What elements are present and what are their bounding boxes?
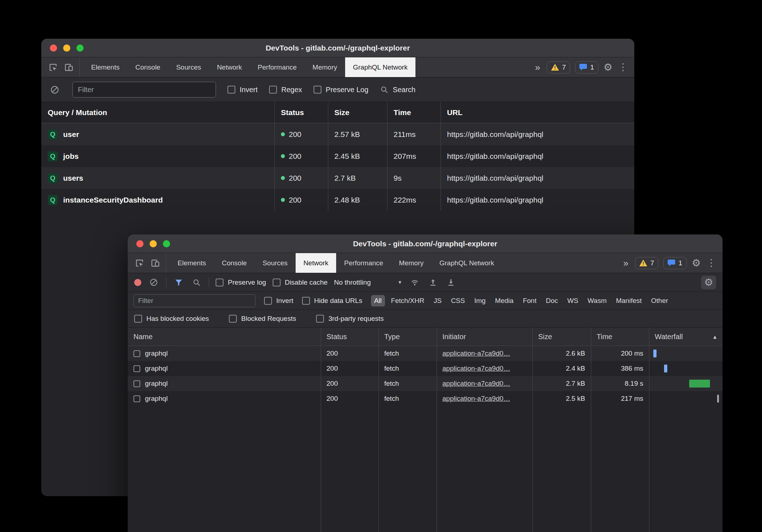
checkbox-box[interactable] [314, 86, 321, 94]
initiator-link[interactable]: application-a7ca9d0… [442, 380, 510, 388]
warnings-badge[interactable]: 7 [547, 61, 570, 73]
settings-gear-icon[interactable]: ⚙ [692, 258, 701, 268]
checkbox-box[interactable] [216, 279, 224, 286]
warnings-badge[interactable]: 7 [635, 257, 659, 269]
hide-data-urls-checkbox[interactable]: Hide data URLs [302, 297, 362, 305]
col-header-time[interactable]: Time [591, 333, 649, 341]
table-row[interactable]: graphql 200 fetch application-a7ca9d0… 2… [128, 346, 723, 361]
row-checkbox[interactable] [133, 395, 140, 402]
kebab-menu-icon[interactable]: ⋮ [706, 258, 717, 268]
more-tabs-icon[interactable]: » [622, 258, 630, 268]
col-header-initiator[interactable]: Initiator [437, 333, 532, 341]
table-row[interactable]: Q jobs 200 2.45 kB 207ms https://gitlab.… [41, 145, 634, 167]
regex-checkbox[interactable]: Regex [269, 86, 302, 94]
checkbox-box[interactable] [316, 315, 324, 323]
kebab-menu-icon[interactable]: ⋮ [617, 62, 629, 72]
tab-memory[interactable]: Memory [305, 57, 345, 77]
tab-network[interactable]: Network [296, 253, 337, 273]
minimize-window-button[interactable] [63, 44, 70, 52]
filter-type-fetch-xhr[interactable]: Fetch/XHR [388, 295, 428, 307]
filter-type-doc[interactable]: Doc [542, 295, 561, 307]
table-row[interactable]: Q instanceSecurityDashboard 200 2.48 kB … [41, 189, 634, 211]
filter-type-img[interactable]: Img [471, 295, 489, 307]
col-header-size[interactable]: Size [532, 333, 591, 341]
tab-console[interactable]: Console [214, 253, 255, 273]
record-icon[interactable] [134, 279, 141, 286]
col-header-query-mutation[interactable]: Query / Mutation [41, 108, 274, 117]
table-row[interactable]: graphql 200 fetch application-a7ca9d0… 2… [128, 361, 723, 376]
clear-icon[interactable] [148, 276, 160, 288]
close-window-button[interactable] [136, 240, 144, 247]
third-party-requests-checkbox[interactable]: 3rd-party requests [316, 315, 384, 323]
filter-type-ws[interactable]: WS [564, 295, 582, 307]
tab-sources[interactable]: Sources [168, 57, 209, 77]
inspect-element-icon[interactable] [133, 257, 146, 269]
blocked-requests-checkbox[interactable]: Blocked Requests [229, 315, 296, 323]
tab-memory[interactable]: Memory [391, 253, 432, 273]
col-header-type[interactable]: Type [378, 333, 437, 341]
filter-type-css[interactable]: CSS [448, 295, 468, 307]
row-checkbox[interactable] [133, 365, 140, 372]
disable-cache-checkbox[interactable]: Disable cache [273, 279, 328, 286]
settings-gear-icon[interactable]: ⚙ [603, 62, 612, 72]
search-control[interactable]: Search [380, 85, 415, 94]
initiator-link[interactable]: application-a7ca9d0… [442, 365, 510, 372]
col-header-name[interactable]: Name [128, 333, 321, 341]
filter-type-font[interactable]: Font [519, 295, 540, 307]
col-header-url[interactable]: URL [441, 108, 634, 117]
device-toolbar-icon[interactable] [63, 61, 75, 73]
search-icon[interactable] [191, 277, 202, 288]
throttling-dropdown[interactable]: No throttling ▼ [334, 279, 402, 286]
more-tabs-icon[interactable]: » [533, 63, 541, 72]
col-header-waterfall[interactable]: Waterfall ▲ [649, 333, 723, 341]
inspect-element-icon[interactable] [47, 61, 59, 73]
checkbox-box[interactable] [269, 86, 277, 94]
row-checkbox[interactable] [133, 380, 140, 387]
preserve-log-checkbox[interactable]: Preserve log [216, 279, 266, 286]
has-blocked-cookies-checkbox[interactable]: Has blocked cookies [134, 315, 209, 323]
tab-graphql-network[interactable]: GraphQL Network [432, 253, 502, 273]
checkbox-box[interactable] [229, 315, 237, 323]
filter-input[interactable] [133, 294, 255, 307]
filter-type-media[interactable]: Media [492, 295, 517, 307]
tab-performance[interactable]: Performance [250, 57, 305, 77]
clear-icon[interactable] [48, 84, 61, 96]
col-header-status[interactable]: Status [274, 108, 328, 117]
initiator-link[interactable]: application-a7ca9d0… [442, 395, 510, 403]
export-har-icon[interactable] [445, 277, 457, 288]
checkbox-box[interactable] [227, 86, 235, 94]
checkbox-box[interactable] [273, 279, 281, 286]
filter-type-manifest[interactable]: Manifest [613, 295, 645, 307]
tab-network[interactable]: Network [209, 57, 250, 77]
network-settings-gear-chip[interactable]: ⚙ [701, 276, 716, 289]
invert-checkbox[interactable]: Invert [264, 297, 293, 305]
zoom-window-button[interactable] [76, 44, 84, 52]
filter-type-wasm[interactable]: Wasm [584, 295, 610, 307]
initiator-link[interactable]: application-a7ca9d0… [442, 350, 510, 357]
table-row[interactable]: graphql 200 fetch application-a7ca9d0… 2… [128, 391, 723, 406]
device-toolbar-icon[interactable] [149, 257, 161, 269]
checkbox-box[interactable] [264, 297, 272, 305]
checkbox-box[interactable] [302, 297, 310, 305]
table-row[interactable]: Q users 200 2.7 kB 9s https://gitlab.com… [41, 167, 634, 189]
zoom-window-button[interactable] [163, 240, 170, 247]
close-window-button[interactable] [50, 44, 57, 52]
tab-graphql-network[interactable]: GraphQL Network [345, 57, 415, 77]
import-har-icon[interactable] [427, 277, 439, 288]
table-row[interactable]: graphql 200 fetch application-a7ca9d0… 2… [128, 376, 723, 391]
filter-type-other[interactable]: Other [648, 295, 672, 307]
issues-badge[interactable]: 1 [575, 61, 598, 73]
minimize-window-button[interactable] [150, 240, 157, 247]
tab-performance[interactable]: Performance [336, 253, 391, 273]
col-header-status[interactable]: Status [321, 333, 378, 341]
tab-console[interactable]: Console [127, 57, 168, 77]
filter-input[interactable] [72, 82, 216, 98]
preserve-log-checkbox[interactable]: Preserve Log [314, 86, 368, 94]
tab-elements[interactable]: Elements [170, 253, 214, 273]
filter-funnel-icon[interactable] [173, 277, 184, 288]
table-row[interactable]: Q user 200 2.57 kB 211ms https://gitlab.… [41, 123, 634, 145]
row-checkbox[interactable] [133, 350, 140, 357]
issues-badge[interactable]: 1 [663, 257, 687, 269]
checkbox-box[interactable] [134, 315, 142, 323]
filter-type-js[interactable]: JS [431, 295, 445, 307]
